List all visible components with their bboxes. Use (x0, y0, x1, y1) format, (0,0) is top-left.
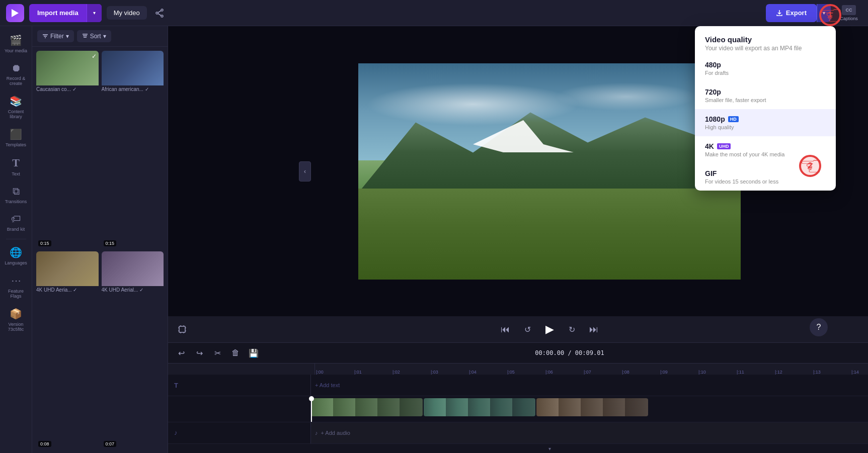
sidebar-item-your-media[interactable]: 🎬 Your media (2, 30, 30, 57)
svg-point-1 (161, 9, 163, 11)
text-track: T + Add text (168, 375, 868, 396)
record-icon: ⏺ (11, 62, 21, 74)
filter-button[interactable]: Filter ▾ (37, 30, 74, 42)
sidebar-item-version[interactable]: 📦 Version 73c5f8c (2, 304, 30, 336)
sidebar-divider (6, 239, 26, 239)
media-grid: 0:15 ✓ Caucasian co... ✓ 0:15 African am… (32, 47, 168, 453)
media-thumb-4 (102, 251, 164, 286)
svg-marker-0 (12, 9, 19, 17)
sort-button[interactable]: Sort ▾ (77, 30, 111, 42)
quality-option-720p[interactable]: 720p Smaller file, faster export (695, 82, 836, 109)
quality-dropdown-header: Video quality Your video will export as … (695, 26, 836, 55)
export-button-group: Export ▾ (766, 4, 831, 22)
sidebar-item-text[interactable]: T Text (2, 152, 30, 180)
text-icon: T (12, 156, 20, 169)
media-duration-3: 0:08 (38, 441, 51, 447)
tab-my-video[interactable]: My video (107, 6, 147, 20)
feature-flags-icon: ⋯ (11, 275, 21, 287)
video-track-label (168, 396, 311, 421)
save-button[interactable]: 💾 (247, 346, 261, 360)
video-track-content[interactable] (311, 396, 868, 421)
import-media-button[interactable]: Import media ▾ (29, 4, 102, 22)
media-panel: Filter ▾ Sort ▾ 0:15 ✓ Caucasian co... ✓… (32, 26, 168, 453)
crop-button[interactable] (174, 321, 190, 337)
sidebar-item-content-library[interactable]: 📚 Content library (2, 91, 30, 123)
export-arrow[interactable]: ▾ (817, 4, 831, 22)
languages-icon: 🌐 (10, 246, 22, 258)
video-quality-dropdown: Video quality Your video will export as … (695, 26, 836, 191)
brand-kit-icon: 🏷 (11, 213, 21, 225)
quality-option-1080p[interactable]: 1080p HD High quality (695, 109, 836, 136)
sidebar-item-feature-flags[interactable]: ⋯ Feature Flags (2, 270, 30, 303)
media-label-1: Caucasian co... ✓ (36, 85, 99, 93)
import-media-arrow[interactable]: ▾ (87, 4, 102, 22)
timeline: ↩ ↪ ✂ 🗑 💾 00:00.00 / 00:09.01 − + ⊡ (168, 342, 868, 453)
media-thumb-2 (102, 51, 164, 85)
media-thumb-1 (36, 51, 99, 85)
timeline-tracks: T + Add text (168, 375, 868, 444)
skip-forward-button[interactable]: ⏭ (586, 321, 602, 337)
undo-button[interactable]: ↩ (174, 346, 188, 360)
import-media-main[interactable]: Import media (29, 4, 87, 22)
media-item-3[interactable]: 0:08 4K UHD Aeria... ✓ (36, 251, 99, 449)
version-icon: 📦 (10, 308, 22, 320)
top-bar: Import media ▾ My video Export ▾ CC Capt… (0, 0, 868, 26)
audio-track-label: ♪ (168, 422, 311, 443)
media-check-1: ✓ (92, 53, 97, 60)
skip-back-button[interactable]: ⏮ (497, 321, 513, 337)
sidebar-item-transitions[interactable]: ⧉ Transitions (2, 182, 30, 208)
quality-option-gif[interactable]: GIF For videos 15 seconds or less (695, 163, 836, 191)
media-item-4[interactable]: 0:07 4K UHD Aerial... ✓ (102, 251, 164, 449)
media-label-3: 4K UHD Aeria... ✓ (36, 286, 99, 294)
media-item-2[interactable]: 0:15 African american... ✓ (102, 51, 164, 248)
help-button[interactable]: ? (810, 318, 828, 336)
video-track (168, 396, 868, 422)
text-track-content[interactable]: + Add text (311, 375, 868, 396)
quality-option-4k[interactable]: 4K UHD Make the most of your 4K media (695, 136, 836, 163)
app-logo (6, 4, 24, 22)
text-track-icon: T (174, 382, 178, 389)
media-label-4: 4K UHD Aerial... ✓ (102, 286, 164, 294)
rewind-5s-button[interactable]: ↺ (519, 321, 535, 337)
forward-5s-button[interactable]: ↻ (564, 321, 580, 337)
sidebar-item-record[interactable]: ⏺ Record & create (2, 58, 30, 90)
cut-button[interactable]: ✂ (210, 346, 224, 360)
text-track-label: T (168, 375, 311, 396)
media-duration-4: 0:07 (104, 441, 117, 447)
video-clip-2[interactable] (424, 398, 535, 416)
sidebar-item-languages[interactable]: 🌐 Languages (2, 242, 30, 269)
add-text-button[interactable]: + Add text (311, 375, 868, 396)
timeline-time-display: 00:00.00 / 00:09.01 (265, 349, 868, 356)
quality-option-480p[interactable]: 480p For drafts (695, 55, 836, 82)
media-duration-1: 0:15 (38, 240, 51, 246)
quality-title: Video quality (705, 35, 826, 44)
audio-track: ♪ ♪ + Add audio (168, 422, 868, 444)
video-clip-1[interactable] (311, 398, 423, 416)
media-item-1[interactable]: 0:15 ✓ Caucasian co... ✓ (36, 51, 99, 248)
timeline-ruler: |:00 |:01 |:02 |:03 |:04 |:05 |:06 |:07 … (168, 364, 868, 375)
quality-subtitle: Your video will export as an MP4 file (705, 45, 826, 52)
timeline-toolbar: ↩ ↪ ✂ 🗑 💾 00:00.00 / 00:09.01 − + ⊡ (168, 343, 868, 364)
audio-track-content[interactable]: ♪ + Add audio (311, 422, 868, 443)
sidebar-item-templates[interactable]: ⬛ Templates (2, 124, 30, 151)
video-clip-3[interactable] (536, 398, 648, 416)
delete-button[interactable]: 🗑 (228, 346, 243, 360)
video-frame (358, 63, 741, 280)
sidebar-item-brand-kit[interactable]: 🏷 Brand kit (2, 209, 30, 236)
video-field (358, 189, 741, 280)
media-label-2: African american... ✓ (102, 85, 164, 93)
video-controls: ⏮ ↺ ▶ ↻ ⏭ ⛶ (168, 316, 868, 342)
timeline-expand[interactable]: ▾ (168, 444, 868, 453)
collapse-panel-button[interactable]: ‹ (299, 161, 311, 182)
hd-badge: HD (728, 116, 739, 122)
play-button[interactable]: ▶ (541, 321, 558, 337)
media-toolbar: Filter ▾ Sort ▾ (32, 26, 168, 47)
share-icon[interactable] (152, 5, 168, 21)
svg-line-4 (157, 11, 161, 13)
redo-button[interactable]: ↪ (192, 346, 206, 360)
svg-line-5 (157, 13, 161, 15)
add-audio-button[interactable]: ♪ + Add audio (311, 422, 868, 443)
templates-icon: ⬛ (10, 128, 22, 140)
captions-button[interactable]: CC Captions (836, 5, 862, 21)
export-button[interactable]: Export (766, 4, 817, 22)
